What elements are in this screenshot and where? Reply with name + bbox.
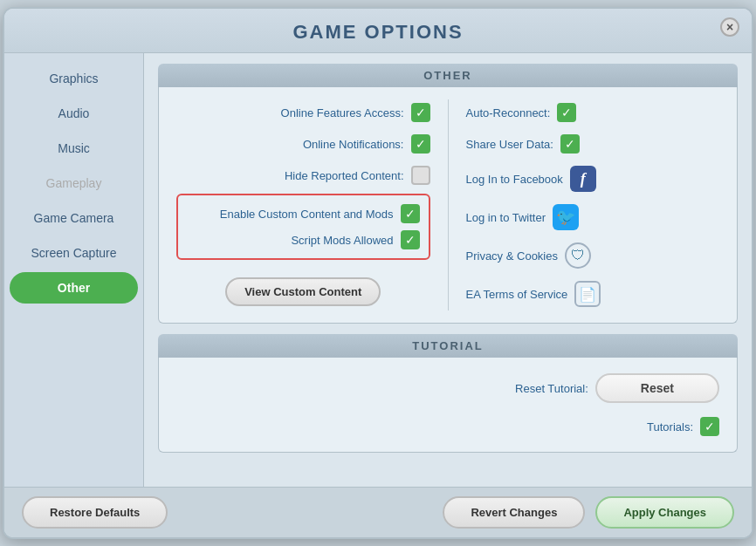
footer: Restore Defaults Revert Changes Apply Ch… (4, 487, 752, 537)
share-user-data-row: Share User Data: ✓ (466, 131, 720, 157)
tos-doc-icon[interactable]: 📄 (574, 281, 601, 307)
main-content: Other Online Features Access: ✓ Online N… (144, 53, 752, 487)
share-user-data-checkbox[interactable]: ✓ (560, 134, 580, 154)
apply-changes-button[interactable]: Apply Changes (595, 496, 734, 529)
sidebar-item-other[interactable]: Other (10, 272, 138, 304)
reset-tutorial-row: Reset Tutorial: Reset (176, 370, 719, 406)
online-features-checkbox[interactable]: ✓ (411, 103, 430, 122)
sidebar-item-audio[interactable]: Audio (10, 98, 138, 129)
privacy-shield-icon[interactable]: 🛡 (565, 242, 591, 269)
share-user-data-label: Share User Data: (466, 138, 553, 151)
view-custom-content-button[interactable]: View Custom Content (225, 277, 381, 306)
other-left-col: Online Features Access: ✓ Online Notific… (176, 99, 449, 311)
script-mods-row: Script Mods Allowed ✓ (187, 227, 420, 253)
enable-custom-row: Enable Custom Content and Mods ✓ (187, 201, 420, 227)
sidebar-item-music[interactable]: Music (10, 133, 138, 164)
log-twitter-row: Log in to Twitter 🐦 (466, 201, 720, 234)
custom-content-box: Enable Custom Content and Mods ✓ Script … (176, 194, 430, 260)
sidebar-item-game-camera[interactable]: Game Camera (10, 202, 138, 234)
tos-label: EA Terms of Service (466, 288, 568, 301)
auto-reconnect-row: Auto-Reconnect: ✓ (466, 99, 720, 126)
tutorial-section-body: Reset Tutorial: Reset Tutorials: ✓ (158, 358, 738, 453)
other-right-col: Auto-Reconnect: ✓ Share User Data: ✓ Log… (449, 99, 720, 311)
online-features-label: Online Features Access: (281, 106, 404, 119)
footer-right-buttons: Revert Changes Apply Changes (443, 496, 734, 529)
hide-reported-checkbox[interactable] (411, 166, 430, 185)
other-section-header: Other (158, 64, 738, 87)
reset-tutorial-label: Reset Tutorial: (515, 382, 588, 395)
hide-reported-row: Hide Reported Content: (176, 162, 430, 188)
online-features-row: Online Features Access: ✓ (176, 99, 430, 126)
privacy-cookies-row: Privacy & Cookies 🛡 (466, 239, 720, 272)
revert-changes-button[interactable]: Revert Changes (443, 496, 585, 529)
script-mods-label: Script Mods Allowed (291, 234, 393, 247)
reset-button[interactable]: Reset (595, 373, 719, 403)
facebook-icon[interactable]: f (570, 166, 596, 192)
script-mods-checkbox[interactable]: ✓ (401, 230, 420, 249)
sidebar-item-graphics[interactable]: Graphics (10, 63, 138, 94)
tutorials-checkbox[interactable]: ✓ (700, 417, 719, 436)
enable-custom-checkbox[interactable]: ✓ (401, 204, 420, 223)
sidebar-item-gameplay: Gameplay (10, 167, 138, 199)
sidebar-item-screen-capture[interactable]: Screen Capture (10, 237, 138, 269)
window-title: Game Options (292, 21, 463, 43)
other-section-body: Online Features Access: ✓ Online Notific… (158, 87, 738, 324)
title-bar: Game Options × (4, 9, 752, 53)
game-options-window: Game Options × Graphics Audio Music Game… (3, 7, 753, 539)
auto-reconnect-label: Auto-Reconnect: (466, 106, 551, 119)
online-notifications-checkbox[interactable]: ✓ (411, 134, 430, 154)
auto-reconnect-checkbox[interactable]: ✓ (557, 103, 576, 122)
log-twitter-label: Log in to Twitter (466, 211, 546, 224)
tutorials-row: Tutorials: ✓ (176, 413, 719, 440)
close-button[interactable]: × (720, 17, 739, 37)
hide-reported-label: Hide Reported Content: (285, 169, 404, 182)
online-notifications-row: Online Notifications: ✓ (176, 131, 430, 157)
sidebar: Graphics Audio Music Gameplay Game Camer… (4, 53, 144, 487)
twitter-icon[interactable]: 🐦 (553, 204, 579, 230)
online-notifications-label: Online Notifications: (303, 138, 404, 151)
restore-defaults-button[interactable]: Restore Defaults (22, 496, 168, 529)
other-columns: Online Features Access: ✓ Online Notific… (176, 99, 719, 311)
log-facebook-row: Log In to Facebook f (466, 162, 720, 195)
tutorials-label: Tutorials: (647, 420, 693, 433)
tutorial-section-header: Tutorial (158, 334, 738, 358)
enable-custom-label: Enable Custom Content and Mods (220, 208, 394, 221)
window-body: Graphics Audio Music Gameplay Game Camer… (4, 53, 752, 487)
log-facebook-label: Log In to Facebook (466, 173, 563, 186)
privacy-cookies-label: Privacy & Cookies (466, 249, 558, 263)
tos-row: EA Terms of Service 📄 (466, 277, 720, 311)
